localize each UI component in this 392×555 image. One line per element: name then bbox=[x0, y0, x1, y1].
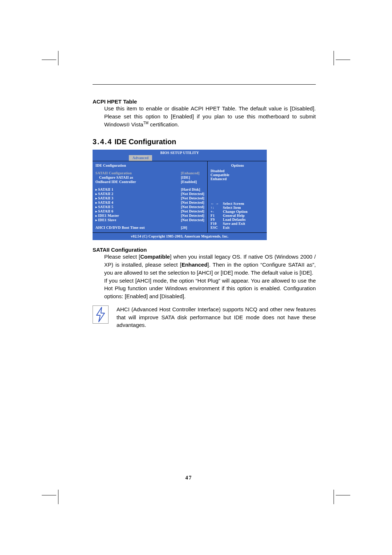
bios-left-panel: IDE Configuration SATAII Configuration [… bbox=[93, 161, 207, 232]
section-number: 3.4.4 bbox=[93, 138, 112, 146]
bios-row-value: [Not Detected] bbox=[178, 192, 204, 196]
bios-row-label: Configure SATAII as bbox=[95, 175, 178, 179]
bios-tab-advanced: Advanced bbox=[129, 155, 152, 161]
bios-row-value: [Not Detected] bbox=[178, 200, 204, 204]
bios-row-label: SATAII 6 bbox=[95, 209, 178, 213]
bios-hints: ← →Select Screen ↑↓Select Item +-Change … bbox=[211, 194, 265, 230]
bios-row-label: SATAII 3 bbox=[95, 196, 178, 200]
sataii-heading: SATAII Configuration bbox=[93, 247, 316, 253]
bios-row-label: SATAII 2 bbox=[95, 192, 178, 196]
bios-title: BIOS SETUP UTILITY bbox=[93, 150, 267, 155]
bios-option: Disabled bbox=[211, 169, 265, 173]
bios-row-label: SATAII 5 bbox=[95, 205, 178, 209]
crop-mark bbox=[336, 60, 350, 60]
bios-row-value: [20] bbox=[178, 226, 204, 230]
horizontal-rule bbox=[93, 84, 316, 85]
sataii-para1: Please select [Compatible] when you inst… bbox=[104, 253, 316, 276]
bios-row-label: AHCI CD/DVD Boot Time out bbox=[95, 226, 178, 230]
bios-row-value: [Not Detected] bbox=[178, 205, 204, 209]
bios-right-panel: Options Disabled Compatible Enhanced ← →… bbox=[207, 161, 267, 232]
bios-footer: v02.54 (C) Copyright 1985-2003, American… bbox=[93, 233, 267, 240]
bios-row-value: [Enabled] bbox=[178, 180, 204, 184]
svg-marker-0 bbox=[97, 307, 105, 322]
page-body: ACPI HPET Table Use this item to enable … bbox=[42, 59, 336, 497]
bios-row-label: IDE1 Slave bbox=[95, 218, 178, 222]
bios-row-value: [IDE] bbox=[178, 175, 204, 179]
bios-row-value: [Not Detected] bbox=[178, 218, 204, 222]
bios-row-label: SATAII 1 bbox=[95, 187, 178, 191]
note-block: AHCI (Advanced Host Controller Interface… bbox=[93, 305, 316, 329]
bios-option: Enhanced bbox=[211, 177, 265, 181]
section-title: IDE Configuration bbox=[114, 138, 176, 146]
sataii-para2: If you select [AHCI] mode, the option “H… bbox=[104, 277, 316, 300]
section-heading: 3.4.4IDE Configuration bbox=[93, 138, 316, 146]
acpi-hpet-heading: ACPI HPET Table bbox=[93, 98, 316, 105]
bios-row-value: [Not Detected] bbox=[178, 209, 204, 213]
bios-row-label: SATAII Configuration bbox=[95, 171, 178, 175]
bios-row-value: [Not Detected] bbox=[178, 196, 204, 200]
page-number: 47 bbox=[42, 475, 336, 481]
bios-tab-bar: Advanced bbox=[93, 155, 267, 161]
bios-panel-title: IDE Configuration bbox=[95, 163, 204, 167]
crop-mark bbox=[336, 495, 350, 495]
bios-row-label: OnBoard IDE Controller bbox=[95, 180, 178, 184]
bios-row-label: IDE1 Master bbox=[95, 214, 178, 218]
bios-screenshot: BIOS SETUP UTILITY Advanced IDE Configur… bbox=[93, 150, 267, 240]
bios-options-title: Options bbox=[211, 163, 265, 167]
bios-row-label: SATAII 4 bbox=[95, 200, 178, 204]
bios-row-value: [Not Detected] bbox=[178, 214, 204, 218]
bios-row-value: [Hard Disk] bbox=[178, 187, 204, 191]
bios-row-value: [Enhanced] bbox=[178, 171, 204, 175]
acpi-hpet-body: Use this item to enable or disable ACPI … bbox=[104, 105, 316, 128]
bios-option: Compatible bbox=[211, 173, 265, 177]
lightning-icon bbox=[93, 305, 109, 324]
note-text: AHCI (Advanced Host Controller Interface… bbox=[117, 305, 316, 329]
